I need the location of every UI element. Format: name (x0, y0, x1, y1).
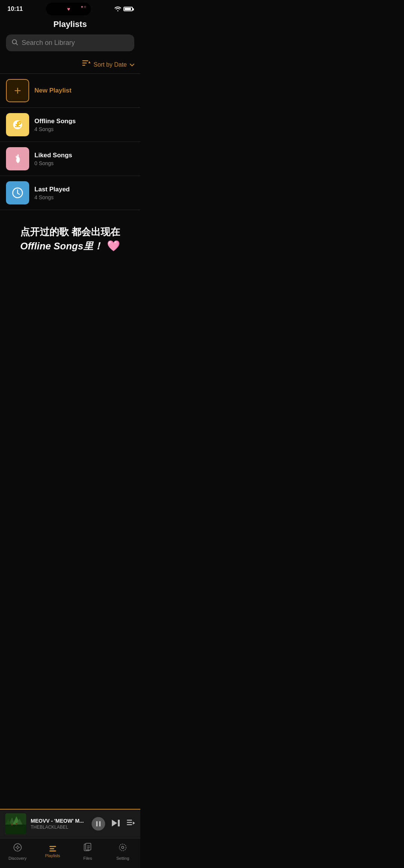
annotation-heart: 🩷 (107, 240, 120, 252)
lastplayed-playlist-name: Last Played (34, 186, 134, 193)
playlist-info-offline: Offline Songs 4 Songs (34, 118, 134, 132)
new-playlist-name: New Playlist (34, 87, 134, 94)
new-playlist-thumb: + (6, 79, 29, 102)
annotation-text: 点开过的歌 都会出现在 Offline Songs里！ 🩷 (20, 225, 120, 254)
svg-rect-1 (82, 63, 87, 64)
offline-song-count: 4 Songs (34, 126, 134, 132)
status-right (114, 6, 133, 12)
liked-thumb (6, 147, 29, 170)
search-container: Search on Library (6, 34, 134, 51)
heart-icon: ♥ (67, 6, 70, 12)
playlist-item-new[interactable]: + New Playlist (0, 74, 140, 108)
playlist-info-new: New Playlist (34, 87, 134, 94)
lastplayed-song-count: 4 Songs (34, 194, 134, 200)
playlist-info-liked: Liked Songs 0 Songs (34, 152, 134, 166)
svg-rect-0 (82, 60, 88, 61)
svg-rect-2 (82, 65, 85, 66)
svg-marker-3 (88, 61, 91, 63)
status-time: 10:11 (7, 6, 23, 12)
playlist-item-offline[interactable]: Offline Songs 4 Songs (0, 108, 140, 142)
annotation-italic: Offline Songs里！ (20, 240, 103, 252)
annotation-section: 点开过的歌 都会出现在 Offline Songs里！ 🩷 (0, 210, 140, 261)
battery-icon (123, 7, 133, 11)
liked-icon (11, 152, 24, 166)
liked-playlist-name: Liked Songs (34, 152, 134, 159)
liked-song-count: 0 Songs (34, 160, 134, 166)
sort-icon (82, 60, 91, 69)
sort-bar[interactable]: Sort by Date (0, 57, 140, 73)
offline-playlist-name: Offline Songs (34, 118, 134, 125)
search-icon (12, 39, 18, 47)
page-title: Playlists (0, 16, 140, 34)
offline-thumb (6, 113, 29, 136)
clock-icon (11, 186, 24, 200)
wifi-icon (114, 6, 121, 12)
playlist-item-liked[interactable]: Liked Songs 0 Songs (0, 142, 140, 176)
playlist-info-lastplayed: Last Played 4 Songs (34, 186, 134, 200)
playlist-item-lastplayed[interactable]: Last Played 4 Songs (0, 176, 140, 210)
sort-label: Sort by Date (94, 61, 127, 68)
annotation-line2: Offline Songs里！ 🩷 (20, 240, 120, 252)
lastplayed-thumb (6, 181, 29, 204)
offline-icon (11, 118, 24, 131)
status-bar: 10:11 ♥ ✦✧ (0, 0, 140, 16)
annotation-line1: 点开过的歌 都会出现在 (20, 226, 120, 237)
sort-chevron (130, 62, 134, 68)
playlist-list: + New Playlist Offline Songs 4 Songs (0, 73, 140, 210)
dynamic-island: ♥ ✦✧ (46, 3, 91, 15)
search-bar[interactable]: Search on Library (6, 34, 134, 51)
search-placeholder: Search on Library (22, 39, 75, 47)
sparkle-icon: ✦✧ (80, 5, 86, 9)
plus-icon: + (14, 84, 21, 98)
